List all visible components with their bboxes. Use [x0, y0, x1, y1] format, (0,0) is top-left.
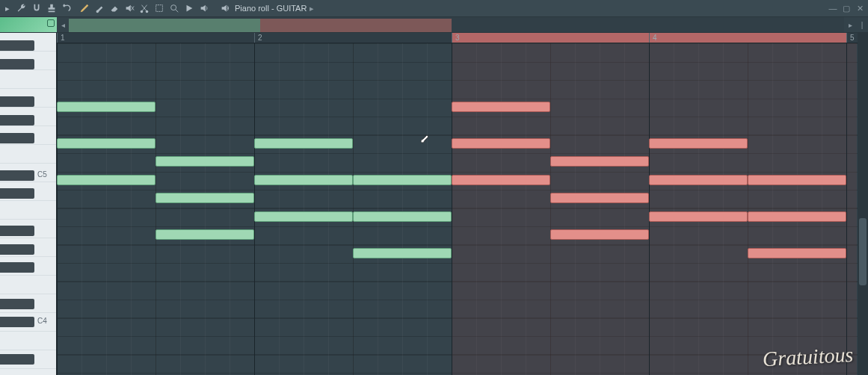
- black-key[interactable]: [0, 317, 34, 327]
- black-key[interactable]: [0, 188, 34, 199]
- overview-strip: ◂ ▸ |: [0, 16, 868, 33]
- midi-note[interactable]: [254, 138, 353, 149]
- minimap-segment[interactable]: [164, 19, 212, 32]
- svg-point-3: [171, 5, 176, 10]
- midi-note[interactable]: [156, 156, 254, 167]
- minimap-segment[interactable]: [308, 19, 356, 32]
- magnet-icon[interactable]: [31, 3, 42, 13]
- midi-note[interactable]: [353, 175, 452, 185]
- overview-nav-left[interactable]: ◂: [57, 17, 69, 32]
- minimize-button[interactable]: —: [828, 3, 838, 13]
- bar-marker[interactable]: 3: [452, 33, 460, 43]
- maximize-button[interactable]: ▢: [841, 3, 852, 13]
- key-label: C5: [37, 170, 55, 179]
- bar-line: [846, 43, 847, 375]
- midi-note[interactable]: [452, 102, 550, 112]
- zoom-icon[interactable]: [169, 3, 179, 13]
- minimap-segment[interactable]: [356, 19, 404, 32]
- midi-note[interactable]: [156, 229, 254, 240]
- bar-marker[interactable]: 4: [649, 33, 657, 43]
- grid-wrap: 12345: [57, 33, 858, 375]
- minimap-segment[interactable]: [69, 19, 117, 32]
- undo-icon[interactable]: [61, 3, 72, 13]
- black-key[interactable]: [0, 115, 34, 125]
- minimap-segment[interactable]: [117, 19, 164, 32]
- tool-group-edit: [16, 3, 72, 13]
- brush-icon[interactable]: [94, 3, 105, 13]
- bar-marker[interactable]: 2: [254, 33, 262, 43]
- midi-note[interactable]: [649, 175, 748, 185]
- black-key[interactable]: [0, 96, 34, 107]
- overview-corner[interactable]: [0, 17, 57, 32]
- midi-note[interactable]: [550, 193, 649, 203]
- note-grid[interactable]: [57, 43, 858, 375]
- main-area: C5C4 12345: [0, 33, 868, 375]
- svg-rect-2: [156, 5, 163, 12]
- title-dropdown-icon[interactable]: ▸: [310, 4, 314, 13]
- midi-note[interactable]: [254, 175, 353, 185]
- bar-marker[interactable]: 5: [846, 33, 855, 43]
- midi-note[interactable]: [748, 248, 846, 258]
- midi-note[interactable]: [57, 102, 156, 112]
- speaker2-icon[interactable]: [220, 3, 230, 13]
- black-key[interactable]: [0, 226, 34, 236]
- bar-line: [57, 43, 58, 375]
- stamp-icon[interactable]: [46, 3, 57, 13]
- window-title[interactable]: Piano roll - GUITAR: [235, 4, 307, 13]
- midi-note[interactable]: [649, 138, 748, 149]
- midi-note[interactable]: [748, 175, 846, 185]
- play-icon[interactable]: [184, 3, 194, 13]
- wrench-icon[interactable]: [16, 3, 27, 13]
- midi-note[interactable]: [57, 138, 156, 149]
- close-button[interactable]: ✕: [855, 3, 865, 13]
- bar-marker[interactable]: 1: [57, 33, 65, 43]
- midi-note[interactable]: [550, 229, 649, 240]
- select-icon[interactable]: [154, 3, 164, 13]
- midi-note[interactable]: [156, 193, 254, 203]
- key-label: C4: [37, 317, 55, 325]
- midi-note[interactable]: [254, 211, 353, 222]
- cut-icon[interactable]: [139, 3, 150, 13]
- midi-note[interactable]: [452, 175, 550, 185]
- toolbar: ▸: [0, 0, 868, 16]
- bar-line: [649, 43, 650, 375]
- minimap-segment[interactable]: [404, 19, 452, 32]
- black-key[interactable]: [0, 262, 34, 273]
- midi-note[interactable]: [748, 211, 846, 222]
- tool-group-tools: [79, 3, 209, 13]
- midi-note[interactable]: [452, 138, 550, 149]
- midi-note[interactable]: [353, 211, 452, 222]
- midi-note[interactable]: [57, 175, 156, 185]
- black-key[interactable]: [0, 170, 34, 181]
- midi-note[interactable]: [649, 211, 748, 222]
- timeline-ruler[interactable]: 12345: [57, 33, 858, 43]
- piano-keys[interactable]: C5C4: [0, 33, 57, 375]
- vertical-scrollbar[interactable]: [858, 33, 868, 375]
- overview-nav-end[interactable]: |: [856, 17, 868, 32]
- selection-region: [452, 43, 857, 375]
- overview-nav-right[interactable]: ▸: [844, 17, 856, 32]
- black-key[interactable]: [0, 59, 34, 69]
- black-key[interactable]: [0, 354, 34, 365]
- vertical-scroll-thumb[interactable]: [859, 218, 867, 285]
- minimap-segment[interactable]: [260, 19, 308, 32]
- svg-point-1: [146, 10, 149, 13]
- mute-icon[interactable]: [124, 3, 135, 13]
- bar-line: [254, 43, 255, 375]
- minimap-segment[interactable]: [212, 19, 260, 32]
- speaker-icon[interactable]: [199, 3, 209, 13]
- window-controls: — ▢ ✕: [828, 0, 865, 16]
- overview-track[interactable]: [69, 17, 844, 32]
- menu-arrow-icon[interactable]: ▸: [3, 4, 12, 13]
- pencil-icon[interactable]: [79, 3, 90, 13]
- midi-note[interactable]: [353, 248, 452, 258]
- bar-line: [452, 43, 452, 375]
- black-key[interactable]: [0, 133, 34, 143]
- midi-note[interactable]: [550, 156, 649, 167]
- black-key[interactable]: [0, 40, 34, 51]
- eraser-icon[interactable]: [109, 3, 120, 13]
- black-key[interactable]: [0, 299, 34, 309]
- svg-point-0: [141, 10, 144, 13]
- black-key[interactable]: [0, 244, 34, 255]
